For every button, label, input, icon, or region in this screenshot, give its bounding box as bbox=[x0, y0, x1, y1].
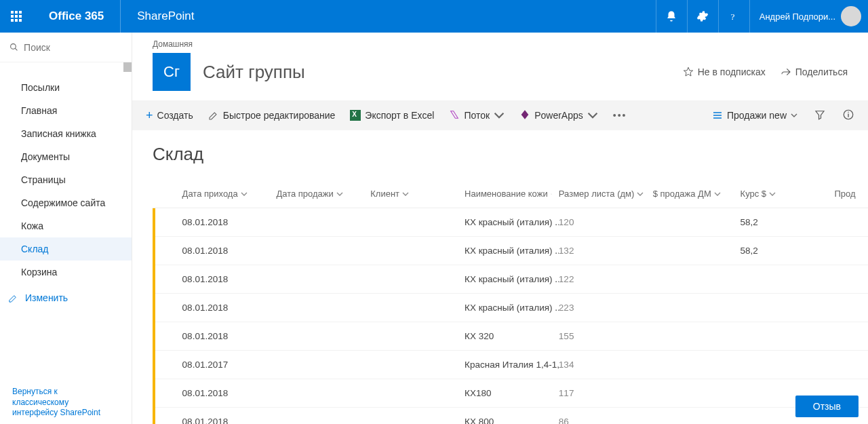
pencil-icon bbox=[208, 110, 219, 121]
export-label: Экспорт в Excel bbox=[365, 110, 434, 121]
col-last[interactable]: Прод bbox=[834, 189, 868, 199]
left-nav: ПосылкиГлавнаяЗаписная книжкаДокументыСт… bbox=[0, 33, 132, 424]
table-row[interactable]: 08.01.2018КХ красный (италия) ...12058,2 bbox=[153, 208, 868, 237]
list-table: Дата прихода Дата продажи Клиент Наимено… bbox=[153, 180, 868, 424]
table-row[interactable]: 08.01.2018КХ красный (италия) ...13258,2 bbox=[153, 237, 868, 265]
flow-label: Поток bbox=[464, 110, 490, 121]
search-box[interactable] bbox=[0, 33, 132, 62]
info-button[interactable] bbox=[842, 109, 854, 123]
overflow-button[interactable]: ••• bbox=[613, 110, 627, 121]
row-indicator bbox=[153, 408, 155, 425]
flow-button[interactable]: Поток bbox=[449, 109, 505, 122]
powerapps-icon bbox=[519, 109, 530, 122]
ellipsis-icon: ••• bbox=[613, 110, 627, 121]
view-icon bbox=[712, 110, 723, 121]
svg-rect-5 bbox=[19, 15, 22, 18]
col-sale-dm[interactable]: $ продажа ДМ bbox=[653, 189, 741, 199]
sidebar-item[interactable]: Склад bbox=[0, 237, 132, 261]
breadcrumb[interactable]: Домашняя bbox=[153, 39, 848, 49]
export-excel-button[interactable]: Экспорт в Excel bbox=[350, 110, 434, 121]
star-icon bbox=[683, 66, 694, 77]
sidebar-item[interactable]: Записная книжка bbox=[0, 122, 132, 145]
svg-rect-0 bbox=[11, 11, 14, 14]
suite-left: Office 365 SharePoint bbox=[0, 0, 210, 33]
sidebar-item[interactable]: Содержимое сайта bbox=[0, 191, 132, 214]
app-launcher-icon[interactable] bbox=[0, 0, 33, 33]
list-area: Склад Дата прихода Дата продажи Клиент Н… bbox=[132, 130, 868, 424]
row-indicator bbox=[153, 379, 155, 408]
svg-rect-8 bbox=[19, 19, 22, 22]
col-size[interactable]: Размер листа (дм) bbox=[559, 189, 653, 199]
table-header: Дата прихода Дата продажи Клиент Наимено… bbox=[153, 180, 868, 208]
chevron-down-icon bbox=[791, 112, 797, 119]
col-rate[interactable]: Курс $ bbox=[741, 189, 835, 199]
powerapps-button[interactable]: PowerApps bbox=[519, 109, 598, 122]
pencil-icon bbox=[8, 293, 18, 303]
svg-point-14 bbox=[848, 111, 849, 113]
feedback-button[interactable]: Отзыв bbox=[795, 396, 859, 417]
table-row[interactable]: 08.01.2018КХ красный (италия) ...223 bbox=[153, 294, 868, 322]
col-client[interactable]: Клиент bbox=[370, 189, 465, 199]
table-row[interactable]: 08.01.2017Красная Италия 1,4-1,6134 bbox=[153, 351, 868, 379]
flow-icon bbox=[449, 109, 460, 122]
row-indicator bbox=[153, 351, 155, 379]
share-button[interactable]: Поделиться bbox=[781, 66, 848, 77]
sidebar-item[interactable]: Главная bbox=[0, 99, 132, 122]
follow-label: Не в подписках bbox=[698, 66, 766, 77]
svg-rect-7 bbox=[15, 19, 18, 22]
user-menu[interactable]: Андрей Подпори... bbox=[749, 0, 868, 33]
new-label: Создать bbox=[157, 110, 193, 121]
site-header: Домашняя Сг Сайт группы Не в подписках П… bbox=[132, 33, 868, 100]
table-row[interactable]: 08.01.2018КХ 320155 bbox=[153, 322, 868, 351]
row-indicator bbox=[153, 265, 155, 294]
edit-nav-label: Изменить bbox=[25, 292, 68, 303]
table-row[interactable]: 08.01.2018КХ 80086 bbox=[153, 408, 868, 424]
view-selector[interactable]: Продажи new bbox=[712, 110, 797, 121]
col-date-in[interactable]: Дата прихода bbox=[182, 189, 277, 199]
svg-line-11 bbox=[15, 48, 17, 50]
app-name[interactable]: SharePoint bbox=[121, 9, 210, 23]
sidebar-item[interactable]: Посылки bbox=[0, 76, 132, 99]
table-row[interactable]: 08.01.2018КХ красный (италия) ...122 bbox=[153, 265, 868, 294]
powerapps-label: PowerApps bbox=[534, 110, 583, 121]
new-button[interactable]: + Создать bbox=[146, 109, 193, 123]
edit-nav-link[interactable]: Изменить bbox=[0, 286, 132, 309]
follow-button[interactable]: Не в подписках bbox=[683, 66, 766, 77]
chevron-down-icon bbox=[587, 110, 598, 121]
svg-text:?: ? bbox=[731, 12, 735, 22]
sidebar-item[interactable]: Документы bbox=[0, 145, 132, 168]
help-icon[interactable]: ? bbox=[718, 0, 749, 33]
classic-link[interactable]: Вернуться к классическому интерфейсу Sha… bbox=[12, 387, 114, 419]
chevron-down-icon bbox=[494, 110, 505, 121]
list-title: Склад bbox=[153, 144, 868, 165]
nav-list: ПосылкиГлавнаяЗаписная книжкаДокументыСт… bbox=[0, 62, 132, 424]
notifications-icon[interactable] bbox=[656, 0, 687, 33]
suite-right: ? Андрей Подпори... bbox=[656, 0, 868, 33]
share-icon bbox=[781, 66, 791, 77]
settings-icon[interactable] bbox=[687, 0, 718, 33]
col-date-sale[interactable]: Дата продажи bbox=[276, 189, 370, 199]
row-indicator bbox=[153, 322, 155, 351]
row-indicator bbox=[153, 237, 155, 265]
svg-rect-6 bbox=[11, 19, 14, 22]
svg-rect-2 bbox=[19, 11, 22, 14]
sidebar-item[interactable]: Кожа bbox=[0, 214, 132, 237]
sidebar-item[interactable]: Корзина bbox=[0, 261, 132, 284]
view-label: Продажи new bbox=[727, 110, 787, 121]
svg-point-10 bbox=[11, 44, 16, 50]
quick-edit-button[interactable]: Быстрое редактирование bbox=[208, 110, 336, 121]
shell: ПосылкиГлавнаяЗаписная книжкаДокументыСт… bbox=[0, 33, 868, 424]
table-row[interactable]: 08.01.2018КХ180117 bbox=[153, 379, 868, 408]
svg-rect-4 bbox=[15, 15, 18, 18]
sidebar-item[interactable]: Страницы bbox=[0, 168, 132, 191]
filter-button[interactable] bbox=[814, 109, 826, 123]
command-bar: + Создать Быстрое редактирование Экспорт… bbox=[132, 100, 868, 130]
share-label: Поделиться bbox=[795, 66, 848, 77]
row-indicator bbox=[153, 208, 155, 237]
site-title[interactable]: Сайт группы bbox=[203, 62, 305, 83]
office365-brand[interactable]: Office 365 bbox=[33, 0, 121, 33]
search-icon bbox=[9, 42, 18, 52]
row-indicator bbox=[153, 294, 155, 322]
search-input[interactable] bbox=[24, 42, 122, 53]
col-name[interactable]: Наименование кожи bbox=[465, 189, 559, 199]
